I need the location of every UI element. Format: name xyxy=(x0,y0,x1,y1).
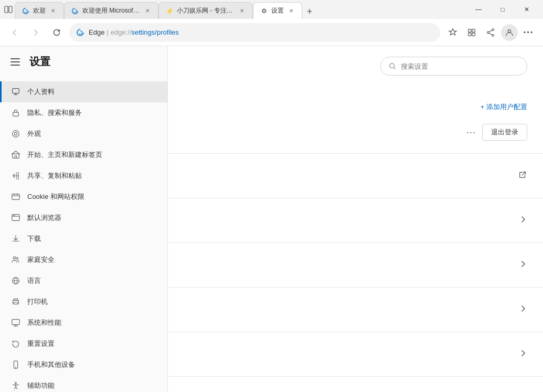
external-link-row xyxy=(184,162,527,189)
sidebar-item-privacy[interactable]: 隐私、搜索和服务 xyxy=(0,102,167,123)
tab-welcome[interactable]: 欢迎 ✕ xyxy=(15,2,64,19)
more-button[interactable]: ··· xyxy=(520,24,537,41)
collections-button[interactable] xyxy=(463,24,480,41)
address-text: Edge | edge://settings/profiles xyxy=(89,28,179,36)
svg-point-13 xyxy=(14,132,17,135)
tabs-container: 欢迎 ✕ 欢迎使用 Microsoft Edg ✕ ⚡ 小刀娱乐网 - 专注活动… xyxy=(15,0,464,19)
svg-rect-17 xyxy=(12,194,19,200)
new-tab-button[interactable]: + xyxy=(302,4,317,19)
nav-arrow-2[interactable] xyxy=(519,260,527,270)
search-input[interactable] xyxy=(401,62,519,70)
main-content: 设置 个人资料 xyxy=(0,46,543,392)
hamburger-menu[interactable] xyxy=(10,56,23,68)
svg-rect-11 xyxy=(13,112,19,116)
accessibility-icon xyxy=(10,380,21,391)
logout-button[interactable]: 退出登录 xyxy=(482,124,527,141)
sidebar-item-share[interactable]: 共享、复制和粘贴 xyxy=(0,165,167,186)
tab-knife[interactable]: ⚡ 小刀娱乐网 - 专注活动 ✕ xyxy=(158,2,253,19)
add-profile-label: + 添加用户配置 xyxy=(481,102,527,112)
profiles-section: + 添加用户配置 ··· 退出登录 xyxy=(168,86,543,154)
svg-point-28 xyxy=(15,367,16,368)
options-dots[interactable]: ··· xyxy=(466,127,476,138)
tab-welcome-edge[interactable]: 欢迎使用 Microsoft Edg ✕ xyxy=(64,2,158,19)
sidebar-item-reset[interactable]: 重置设置 xyxy=(0,333,167,354)
sidebar-item-startup[interactable]: 开始、主页和新建标签页 xyxy=(0,144,167,165)
svg-rect-5 xyxy=(472,33,475,35)
section-nav-3 xyxy=(168,288,543,332)
share-button[interactable] xyxy=(482,24,499,41)
minimize-button[interactable]: — xyxy=(466,1,491,18)
nav-arrow-1[interactable] xyxy=(519,215,527,226)
sidebar-toggle[interactable] xyxy=(4,5,13,14)
share-icon xyxy=(10,171,21,181)
sidebar-item-appearance[interactable]: 外观 xyxy=(0,123,167,144)
tab-settings[interactable]: ⚙ 设置 ✕ xyxy=(253,2,302,19)
svg-rect-15 xyxy=(15,156,17,158)
add-profile-button[interactable]: + 添加用户配置 xyxy=(481,102,527,112)
tab-close-settings[interactable]: ✕ xyxy=(287,7,295,15)
sidebar-label-appearance: 外观 xyxy=(27,129,41,139)
sidebar-item-default-browser[interactable]: 默认浏览器 xyxy=(0,207,167,228)
sidebar-item-profiles[interactable]: 个人资料 xyxy=(0,81,167,102)
close-button[interactable]: ✕ xyxy=(515,1,539,18)
svg-point-9 xyxy=(508,29,510,32)
svg-rect-2 xyxy=(469,29,471,31)
sidebar-label-downloads: 下载 xyxy=(27,234,41,243)
address-path: settings/profiles xyxy=(132,28,179,36)
svg-rect-3 xyxy=(472,29,475,31)
sidebar-item-languages[interactable]: 语言 xyxy=(0,270,167,291)
tab-icon-edge1 xyxy=(22,7,30,15)
favorites-button[interactable] xyxy=(444,24,461,41)
tab-label-welcome-edge: 欢迎使用 Microsoft Edg xyxy=(82,6,140,15)
nav-row-3 xyxy=(184,296,527,323)
nav-arrow-3[interactable] xyxy=(519,304,527,315)
sidebar-label-default-browser: 默认浏览器 xyxy=(27,213,61,223)
svg-rect-10 xyxy=(13,89,19,93)
tab-icon-knife: ⚡ xyxy=(165,7,174,15)
tab-close-welcome[interactable]: ✕ xyxy=(49,7,57,15)
search-bar[interactable] xyxy=(380,57,527,76)
nav-row-1 xyxy=(184,207,527,234)
reset-icon xyxy=(10,338,21,349)
home-icon xyxy=(10,150,21,160)
refresh-button[interactable] xyxy=(48,24,65,41)
profile-button[interactable] xyxy=(501,24,518,41)
search-icon xyxy=(388,62,397,70)
tab-label-knife: 小刀娱乐网 - 专注活动 xyxy=(177,6,235,15)
svg-point-8 xyxy=(492,34,494,36)
sidebar-item-family[interactable]: 家庭安全 xyxy=(0,249,167,270)
sidebar-item-downloads[interactable]: 下载 xyxy=(0,228,167,249)
sidebar-label-printer: 打印机 xyxy=(27,297,48,306)
nav-arrow-4[interactable] xyxy=(519,349,527,359)
address-bar[interactable]: Edge | edge://settings/profiles xyxy=(69,23,440,42)
tab-label-welcome: 欢迎 xyxy=(33,6,46,15)
tab-close-knife[interactable]: ✕ xyxy=(238,7,246,15)
tab-label-settings: 设置 xyxy=(271,6,284,15)
tab-icon-edge2 xyxy=(71,7,79,15)
svg-point-22 xyxy=(16,258,18,260)
sidebar-item-printer[interactable]: 打印机 xyxy=(0,291,167,312)
forward-button[interactable] xyxy=(27,24,44,41)
section-external xyxy=(168,154,543,198)
maximize-button[interactable]: □ xyxy=(491,1,515,18)
tab-close-welcome-edge[interactable]: ✕ xyxy=(143,7,152,15)
language-icon xyxy=(10,276,21,286)
sidebar-item-system[interactable]: 系统和性能 xyxy=(0,312,167,333)
svg-point-6 xyxy=(492,28,494,30)
download-icon xyxy=(10,234,21,244)
sidebar-item-accessibility[interactable]: 辅助功能 xyxy=(0,375,167,392)
svg-point-19 xyxy=(13,215,14,216)
sidebar-item-mobile[interactable]: 手机和其他设备 xyxy=(0,354,167,375)
sidebar-item-cookies[interactable]: Cookie 和网站权限 xyxy=(0,186,167,207)
nav-row-5 xyxy=(184,385,527,392)
sidebar: 设置 个人资料 xyxy=(0,46,168,392)
sidebar-items: 个人资料 隐私、搜索和服务 外观 xyxy=(0,77,167,392)
tab-icon-settings: ⚙ xyxy=(260,7,268,15)
sidebar-label-accessibility: 辅助功能 xyxy=(27,381,55,390)
external-link-icon[interactable] xyxy=(518,170,527,182)
settings-title: 设置 xyxy=(29,55,50,69)
back-button[interactable] xyxy=(6,24,23,41)
svg-rect-26 xyxy=(12,320,19,325)
sidebar-label-mobile: 手机和其他设备 xyxy=(27,360,75,369)
section-nav-4 xyxy=(168,332,543,377)
